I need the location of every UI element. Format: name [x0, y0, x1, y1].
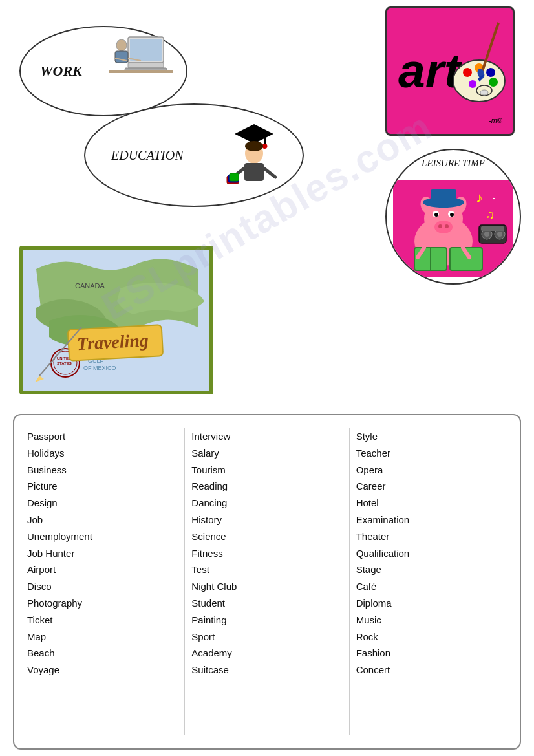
word-list-section: PassportHolidaysBusinessPictureDesignJob…	[13, 414, 521, 750]
education-icon	[225, 118, 283, 191]
word-item: Ticket	[27, 612, 178, 629]
svg-rect-7	[125, 68, 167, 70]
word-item: Job Hunter	[27, 545, 178, 562]
word-item: Unemployment	[27, 528, 178, 545]
svg-text:OF MEXICO: OF MEXICO	[83, 365, 116, 371]
top-section: WORK a	[0, 0, 534, 414]
word-item: Design	[27, 495, 178, 512]
word-item: Student	[191, 595, 342, 612]
word-column-2: InterviewSalaryTourismReadingDancingHist…	[185, 428, 349, 735]
word-item: Music	[356, 612, 507, 629]
svg-point-41	[450, 213, 454, 217]
traveling-inner: CANADA GULF OF MEXICO UNITED STATES Trav…	[23, 250, 209, 391]
svg-text:CANADA: CANADA	[75, 282, 105, 290]
svg-rect-27	[244, 163, 264, 181]
svg-point-37	[445, 224, 449, 228]
education-label: EDUCATION	[111, 148, 183, 163]
svg-rect-45	[431, 189, 456, 204]
svg-rect-8	[109, 70, 173, 73]
traveling-map-svg: CANADA GULF OF MEXICO UNITED STATES Trav…	[23, 250, 209, 391]
word-item: Science	[191, 528, 342, 545]
word-item: Fashion	[356, 645, 507, 662]
word-item: Airport	[27, 561, 178, 578]
education-oval: EDUCATION	[84, 103, 304, 207]
svg-rect-59	[481, 226, 504, 231]
art-box: art -m©	[385, 6, 515, 136]
word-item: Picture	[27, 478, 178, 495]
word-item: Interview	[191, 428, 342, 445]
word-item: Disco	[27, 578, 178, 595]
svg-rect-6	[128, 63, 164, 68]
word-column-1: PassportHolidaysBusinessPictureDesignJob…	[21, 428, 185, 735]
svg-point-56	[484, 232, 489, 237]
word-item: Beach	[27, 645, 178, 662]
word-item: Sport	[191, 629, 342, 645]
word-item: Examination	[356, 512, 507, 528]
word-item: Stage	[356, 561, 507, 578]
svg-text:art: art	[398, 43, 462, 98]
svg-point-58	[497, 232, 502, 237]
word-item: Business	[27, 462, 178, 479]
word-item: Opera	[356, 462, 507, 479]
svg-rect-32	[230, 173, 239, 181]
word-item: Diploma	[356, 595, 507, 612]
work-label: WORK	[40, 63, 82, 80]
word-item: Café	[356, 578, 507, 595]
word-item: Voyage	[27, 662, 178, 678]
svg-text:Traveling: Traveling	[76, 330, 149, 354]
svg-text:♫: ♫	[486, 208, 495, 221]
word-item: Suitcase	[191, 662, 342, 678]
svg-marker-22	[235, 124, 273, 144]
svg-point-17	[480, 90, 488, 95]
svg-text:♪: ♪	[476, 189, 483, 206]
word-item: Qualification	[356, 545, 507, 562]
word-item: Hotel	[356, 495, 507, 512]
word-item: Night Club	[191, 578, 342, 595]
svg-point-14	[486, 68, 495, 77]
art-svg: art -m©	[389, 10, 511, 133]
traveling-box: CANADA GULF OF MEXICO UNITED STATES Trav…	[19, 246, 213, 394]
leisure-circle: LEISURE TIME	[385, 149, 521, 285]
svg-text:STATES: STATES	[57, 362, 72, 365]
word-item: Academy	[191, 645, 342, 662]
word-item: Rock	[356, 629, 507, 645]
svg-text:♩: ♩	[492, 191, 497, 201]
svg-point-40	[434, 213, 438, 217]
word-item: Career	[356, 478, 507, 495]
word-item: Salary	[191, 445, 342, 462]
word-column-3: StyleTeacherOperaCareerHotelExaminationT…	[350, 428, 513, 735]
work-oval: WORK	[19, 26, 187, 116]
leisure-label: LEISURE TIME	[422, 158, 485, 169]
word-item: Passport	[27, 428, 178, 445]
svg-point-15	[489, 78, 498, 87]
svg-text:-m©: -m©	[489, 116, 503, 124]
word-item: Test	[191, 561, 342, 578]
svg-point-35	[434, 221, 453, 233]
word-item: Reading	[191, 478, 342, 495]
svg-point-12	[463, 68, 472, 77]
word-item: Concert	[356, 662, 507, 678]
leisure-image: ♪ ♫ ♩	[393, 180, 513, 277]
word-item: Fitness	[191, 545, 342, 562]
word-item: Photography	[27, 595, 178, 612]
word-item: Dancing	[191, 495, 342, 512]
word-item: Tourism	[191, 462, 342, 479]
svg-point-26	[245, 141, 263, 151]
word-item: Teacher	[356, 445, 507, 462]
svg-point-36	[438, 224, 442, 228]
word-item: History	[191, 512, 342, 528]
svg-rect-1	[130, 39, 162, 61]
word-item: Job	[27, 512, 178, 528]
word-item: Style	[356, 428, 507, 445]
word-item: Map	[27, 629, 178, 645]
work-icon	[109, 34, 173, 85]
word-item: Theater	[356, 528, 507, 545]
svg-point-16	[469, 80, 476, 88]
svg-line-29	[264, 168, 275, 177]
svg-point-2	[116, 39, 127, 51]
word-item: Holidays	[27, 445, 178, 462]
word-item: Painting	[191, 612, 342, 629]
